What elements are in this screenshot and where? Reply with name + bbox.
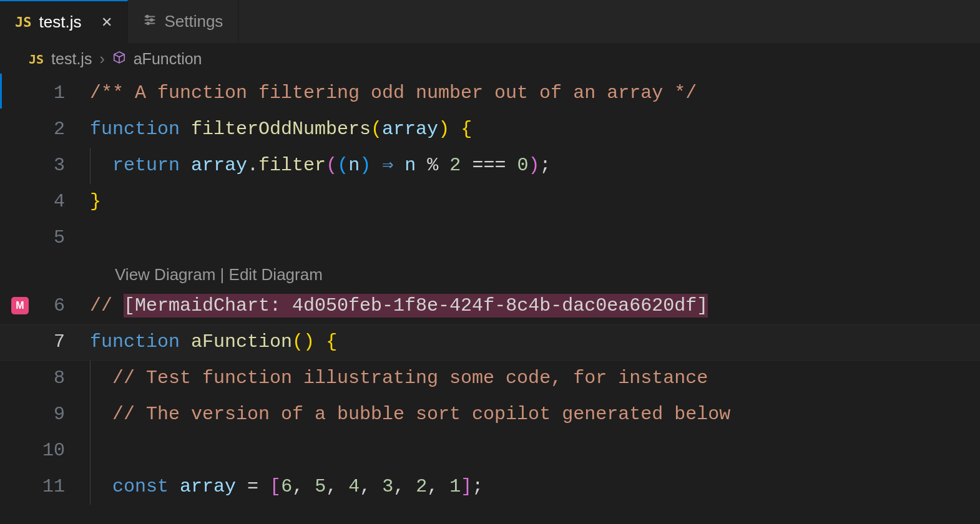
number-literal: 0 bbox=[517, 155, 528, 176]
code-line[interactable]: 4 } bbox=[0, 184, 980, 220]
code-line[interactable]: 2 function filterOddNumbers(array) { bbox=[0, 112, 980, 148]
comment-slashes: // bbox=[90, 295, 112, 316]
settings-icon bbox=[143, 13, 157, 31]
code-line[interactable]: M 6 // [MermaidChart: 4d050feb-1f8e-424f… bbox=[0, 288, 980, 324]
number-literal: 3 bbox=[382, 476, 393, 497]
code-line[interactable]: 5 bbox=[0, 220, 980, 256]
js-file-icon: JS bbox=[29, 52, 44, 67]
parameter: n bbox=[348, 155, 360, 176]
operator: === bbox=[472, 155, 506, 176]
line-number: 8 bbox=[40, 361, 90, 397]
line-comment: // Test function illustrating some code,… bbox=[112, 367, 708, 389]
number-literal: 4 bbox=[348, 476, 360, 497]
line-number: 4 bbox=[40, 184, 90, 220]
line-number: 9 bbox=[40, 397, 90, 433]
number-literal: 2 bbox=[416, 476, 427, 497]
keyword: function bbox=[90, 119, 180, 140]
line-number: 10 bbox=[40, 433, 90, 469]
mermaid-chart-id[interactable]: [MermaidChart: 4d050feb-1f8e-424f-8c4b-d… bbox=[124, 294, 708, 318]
mermaid-gutter-icon[interactable]: M bbox=[11, 297, 29, 314]
breadcrumb[interactable]: JS test.js › aFunction bbox=[0, 44, 980, 73]
identifier: array bbox=[191, 155, 247, 176]
number-literal: 1 bbox=[449, 476, 461, 497]
codelens-separator: | bbox=[215, 265, 228, 284]
number-literal: 5 bbox=[315, 476, 326, 497]
close-icon[interactable]: ✕ bbox=[101, 14, 112, 31]
keyword: function bbox=[90, 331, 180, 352]
breadcrumb-symbol[interactable]: aFunction bbox=[134, 50, 202, 68]
code-line[interactable]: 8 // Test function illustrating some cod… bbox=[0, 361, 980, 397]
gutter bbox=[0, 75, 40, 84]
tab-bar: JS test.js ✕ Settings bbox=[0, 0, 980, 44]
code-line[interactable]: 3 return array.filter((n) ⇒ n % 2 === 0)… bbox=[0, 148, 980, 184]
tab-label: test.js bbox=[39, 12, 82, 32]
line-number: 6 bbox=[40, 288, 90, 324]
keyword: return bbox=[112, 155, 180, 176]
number-literal: 6 bbox=[281, 476, 292, 497]
codelens: View Diagram | Edit Diagram bbox=[0, 262, 980, 288]
function-name: aFunction bbox=[191, 331, 292, 352]
js-file-icon: JS bbox=[15, 14, 32, 30]
code-line[interactable]: 1 /** A function filtering odd number ou… bbox=[0, 75, 980, 112]
tab-label: Settings bbox=[164, 12, 223, 31]
gutter: M bbox=[0, 288, 40, 314]
jsdoc-comment: /** A function filtering odd number out … bbox=[90, 82, 697, 104]
breadcrumb-file[interactable]: test.js bbox=[51, 50, 92, 68]
tab-test-js[interactable]: JS test.js ✕ bbox=[0, 0, 128, 43]
keyword: const bbox=[112, 476, 169, 497]
symbol-cube-icon bbox=[112, 50, 126, 68]
svg-point-3 bbox=[147, 15, 149, 17]
function-name: filterOddNumbers bbox=[191, 119, 371, 140]
line-number: 5 bbox=[40, 220, 90, 256]
code-line[interactable]: 11 const array = [6, 5, 4, 3, 2, 1]; bbox=[0, 469, 980, 505]
code-line[interactable]: 9 // The version of a bubble sort copilo… bbox=[0, 397, 980, 433]
line-number: 11 bbox=[40, 469, 90, 505]
operator: % bbox=[427, 155, 438, 176]
parameter: array bbox=[382, 119, 438, 140]
method-name: filter bbox=[258, 155, 326, 176]
identifier: array bbox=[180, 476, 236, 497]
tab-settings[interactable]: Settings bbox=[128, 0, 238, 43]
line-number: 2 bbox=[40, 112, 90, 148]
code-line[interactable]: 10 bbox=[0, 433, 980, 469]
codelens-view-diagram[interactable]: View Diagram bbox=[115, 265, 215, 284]
chevron-right-icon: › bbox=[99, 50, 104, 68]
code-editor[interactable]: 1 /** A function filtering odd number ou… bbox=[0, 73, 980, 505]
code-line-current[interactable]: 7 function aFunction() { bbox=[0, 324, 980, 361]
line-comment: // The version of a bubble sort copilot … bbox=[112, 404, 730, 425]
arrow: ⇒ bbox=[382, 155, 393, 176]
line-number: 1 bbox=[40, 75, 90, 112]
svg-point-4 bbox=[150, 19, 153, 21]
codelens-edit-diagram[interactable]: Edit Diagram bbox=[229, 265, 323, 284]
line-number: 3 bbox=[40, 148, 90, 184]
line-number: 7 bbox=[40, 324, 90, 361]
svg-point-5 bbox=[147, 22, 150, 24]
number-literal: 2 bbox=[449, 155, 461, 176]
